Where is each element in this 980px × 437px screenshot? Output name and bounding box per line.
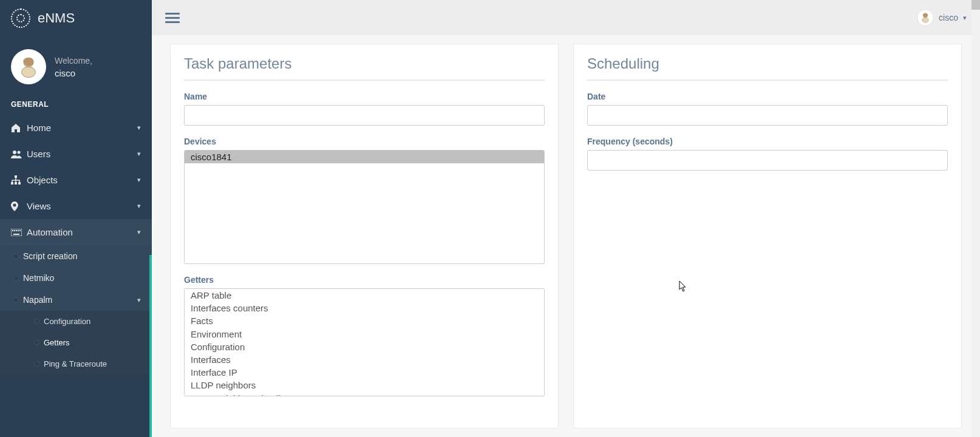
subnav-item-ping-traceroute[interactable]: Ping & Traceroute	[0, 353, 152, 374]
sidebar-item-label: Home	[27, 123, 137, 133]
svg-rect-13	[19, 230, 21, 231]
panel-title: Task parameters	[184, 55, 545, 81]
subnav-item-label: Napalm	[23, 295, 137, 305]
panel-task-parameters: Task parameters Name Devices cisco1841 G…	[170, 44, 559, 429]
select-option[interactable]: LLDP neighbors	[185, 379, 544, 391]
user-menu-label: cisco	[939, 13, 958, 22]
home-icon	[11, 123, 27, 133]
chevron-down-icon: ▾	[137, 150, 141, 158]
chevron-down-icon: ▾	[137, 176, 141, 184]
welcome-text: Welcome,	[55, 56, 92, 66]
subnav-item-getters[interactable]: Getters	[0, 332, 152, 353]
svg-rect-9	[12, 230, 13, 231]
svg-rect-8	[11, 229, 22, 236]
svg-rect-12	[18, 230, 19, 231]
map-marker-icon	[11, 202, 27, 211]
chevron-down-icon: ▾	[137, 296, 141, 304]
select-option[interactable]: Interfaces	[185, 353, 544, 366]
svg-rect-5	[11, 182, 13, 185]
svg-rect-6	[15, 182, 17, 185]
sidebar-item-users[interactable]: Users ▾	[0, 141, 152, 167]
select-option[interactable]: Interface IP	[185, 366, 544, 379]
select-option[interactable]: Interfaces counters	[185, 302, 544, 314]
chevron-down-icon: ▾	[137, 124, 141, 132]
subnav-automation: Script creation Netmiko Napalm ▾ Configu…	[0, 245, 152, 374]
sidebar-item-label: Objects	[27, 175, 137, 185]
select-option[interactable]: Facts	[185, 314, 544, 327]
subnav-napalm: Configuration Getters Ping & Traceroute	[0, 311, 152, 374]
svg-rect-7	[18, 182, 21, 185]
section-title-general: GENERAL	[0, 98, 152, 115]
svg-point-3	[18, 151, 21, 154]
name-input[interactable]	[184, 105, 545, 126]
select-option[interactable]: cisco1841	[185, 151, 544, 163]
panel-scheduling: Scheduling Date Frequency (seconds)	[573, 44, 962, 429]
label-frequency: Frequency (seconds)	[587, 137, 948, 146]
hamburger-icon[interactable]	[165, 10, 180, 25]
svg-point-2	[13, 151, 16, 154]
sidebar-item-automation[interactable]: Automation ▾	[0, 219, 152, 245]
content: Task parameters Name Devices cisco1841 G…	[152, 35, 980, 437]
sidebar-item-label: Users	[27, 149, 137, 159]
profile-block: Welcome, cisco	[0, 37, 152, 98]
subnav-item-label: Getters	[44, 338, 70, 347]
subnav-item-label: Script creation	[23, 251, 77, 261]
avatar	[11, 49, 46, 84]
select-option[interactable]: Environment	[185, 328, 544, 340]
keyboard-icon	[11, 229, 27, 236]
brand-logo-icon	[11, 8, 30, 28]
page-scrollbar[interactable]	[971, 0, 980, 437]
sidebar: eNMS Welcome, cisco GENERAL Home ▾ Users…	[0, 0, 152, 437]
svg-rect-4	[15, 175, 17, 178]
devices-multiselect[interactable]: cisco1841	[184, 150, 545, 264]
select-option[interactable]: ARP table	[185, 289, 544, 302]
sidebar-item-label: Views	[27, 201, 137, 211]
chevron-down-icon: ▾	[963, 14, 967, 22]
subnav-item-label: Ping & Traceroute	[44, 359, 107, 368]
subnav-item-script-creation[interactable]: Script creation	[0, 245, 152, 267]
subnav-item-configuration[interactable]: Configuration	[0, 311, 152, 332]
subnav-item-napalm[interactable]: Napalm ▾	[0, 289, 152, 311]
sidebar-item-objects[interactable]: Objects ▾	[0, 167, 152, 193]
label-getters: Getters	[184, 275, 545, 285]
brand-name: eNMS	[38, 10, 75, 26]
users-icon	[11, 149, 27, 159]
svg-point-1	[22, 67, 36, 78]
date-input[interactable]	[587, 105, 948, 126]
label-name: Name	[184, 92, 545, 101]
chevron-down-icon: ▾	[137, 228, 141, 236]
topbar: cisco ▾	[152, 0, 980, 35]
svg-point-16	[922, 18, 929, 22]
main-area: cisco ▾ Task parameters Name Devices cis…	[152, 0, 980, 437]
sidebar-item-home[interactable]: Home ▾	[0, 115, 152, 141]
chevron-down-icon: ▾	[137, 202, 141, 210]
user-avatar-icon	[917, 9, 934, 26]
frequency-input[interactable]	[587, 150, 948, 171]
select-option[interactable]: Configuration	[185, 340, 544, 353]
sidebar-item-views[interactable]: Views ▾	[0, 193, 152, 219]
subnav-item-label: Netmiko	[23, 273, 54, 283]
label-date: Date	[587, 92, 948, 101]
select-option[interactable]: LLDP neighbors detail	[185, 392, 544, 397]
svg-rect-11	[16, 230, 17, 231]
getters-multiselect[interactable]: ARP tableInterfaces countersFactsEnviron…	[184, 288, 545, 396]
brand[interactable]: eNMS	[0, 0, 152, 37]
subnav-item-label: Configuration	[44, 317, 90, 326]
scrollbar-thumb[interactable]	[971, 0, 980, 10]
profile-username: cisco	[55, 68, 92, 78]
sitemap-icon	[11, 175, 27, 185]
subnav-item-netmiko[interactable]: Netmiko	[0, 267, 152, 289]
sidebar-item-label: Automation	[27, 227, 137, 237]
svg-rect-14	[13, 234, 19, 235]
svg-rect-10	[14, 230, 15, 231]
label-devices: Devices	[184, 137, 545, 146]
panel-title: Scheduling	[587, 55, 948, 81]
user-menu[interactable]: cisco ▾	[917, 9, 967, 26]
